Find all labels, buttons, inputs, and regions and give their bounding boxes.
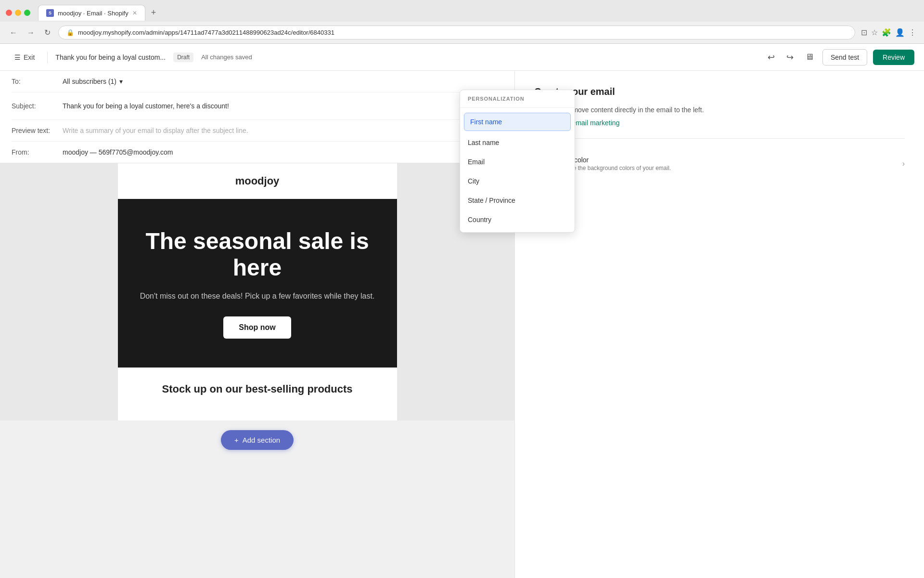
personalization-item-state[interactable]: State / Province: [460, 191, 575, 210]
products-title: Stock up on our best-selling products: [133, 383, 382, 395]
menu-icon: ☰: [14, 53, 21, 61]
to-value: All subscribers (1): [63, 78, 116, 85]
personalization-item-lastname[interactable]: Last name: [460, 133, 575, 152]
maximize-traffic-light[interactable]: [24, 10, 30, 16]
redo-button[interactable]: ↪: [783, 49, 796, 66]
send-test-button[interactable]: Send test: [822, 49, 867, 66]
browser-chrome: S moodjoy · Email · Shopify ✕ + ← → ↻ 🔒 …: [0, 0, 924, 44]
personalization-item-firstname[interactable]: First name: [464, 113, 571, 131]
right-sidebar: Create your email Edit, add, or move con…: [515, 71, 924, 578]
personalization-item-email[interactable]: Email: [460, 152, 575, 171]
email-hero[interactable]: The seasonal sale is here Don't miss out…: [118, 199, 397, 368]
sidebar-divider: [534, 138, 905, 139]
dropdown-icon: ▾: [119, 78, 123, 85]
profile-icon[interactable]: 👤: [895, 28, 905, 37]
refresh-button[interactable]: ↻: [42, 26, 52, 39]
header-divider: [47, 52, 48, 63]
from-label: From:: [12, 148, 55, 156]
address-bar: ← → ↻ 🔒 moodjoy.myshopify.com/admin/apps…: [0, 22, 924, 43]
email-color-title: Email color: [555, 156, 897, 164]
undo-button[interactable]: ↩: [765, 49, 778, 66]
from-field-row: From: moodjoy — 569f7705@moodjoy.com Edi…: [12, 142, 503, 163]
email-body[interactable]: Stock up on our best-selling products: [118, 368, 397, 420]
exit-button[interactable]: ☰ Exit: [10, 51, 39, 64]
close-traffic-light[interactable]: [6, 10, 12, 16]
bookmark-icon[interactable]: ☆: [871, 28, 878, 37]
add-section-bar: + Add section: [0, 420, 514, 460]
cast-icon: ⊡: [861, 28, 867, 37]
subject-label: Subject:: [12, 102, 55, 110]
personalization-dropdown[interactable]: PERSONALIZATION First name Last name Ema…: [460, 90, 575, 233]
chevron-right-icon: ›: [902, 159, 905, 168]
preview-field-row: Preview text: Write a summary of your em…: [12, 120, 503, 142]
preview-label: Preview text:: [12, 127, 55, 134]
personalization-item-country[interactable]: Country: [460, 210, 575, 229]
minimize-traffic-light[interactable]: [15, 10, 21, 16]
back-button[interactable]: ←: [8, 26, 19, 39]
email-preview: moodjoy The seasonal sale is here Don't …: [118, 163, 397, 420]
exit-label: Exit: [24, 53, 35, 61]
email-color-text: Email color Manage the background colors…: [555, 156, 897, 171]
review-button[interactable]: Review: [873, 50, 914, 65]
to-field-row: To: All subscribers (1) ▾: [12, 71, 503, 92]
saved-status: All changes saved: [201, 53, 252, 61]
extensions-icon[interactable]: 🧩: [882, 28, 891, 37]
hero-subtitle: Don't miss out on these deals! Pick up a…: [137, 290, 378, 302]
to-label: To:: [12, 78, 55, 85]
tab-bar: S moodjoy · Email · Shopify ✕ +: [0, 0, 924, 22]
subject-value[interactable]: Thank you for being a loyal customer, he…: [63, 102, 455, 110]
email-color-row[interactable]: 🎨 Email color Manage the background colo…: [534, 150, 905, 177]
plus-icon: +: [234, 436, 239, 444]
email-title: Thank you for being a loyal custom...: [55, 53, 166, 61]
tab-label: moodjoy · Email · Shopify: [58, 10, 128, 17]
sidebar-description: Edit, add, or move content directly in t…: [534, 105, 905, 115]
tab-close-icon[interactable]: ✕: [132, 10, 137, 16]
preview-placeholder[interactable]: Write a summary of your email to display…: [63, 127, 490, 134]
header-actions: ↩ ↪ 🖥 Send test Review: [765, 49, 914, 66]
hero-title: The seasonal sale is here: [137, 228, 378, 281]
draft-badge: Draft: [173, 53, 193, 62]
email-brand-name[interactable]: moodjoy: [118, 163, 397, 199]
personalization-item-city[interactable]: City: [460, 171, 575, 191]
menu-icon[interactable]: ⋮: [909, 28, 916, 37]
browser-actions: ⊡ ☆ 🧩 👤 ⋮: [861, 28, 916, 37]
email-fields: To: All subscribers (1) ▾ Subject: Thank…: [0, 71, 514, 163]
new-tab-button[interactable]: +: [147, 4, 160, 22]
email-canvas[interactable]: moodjoy The seasonal sale is here Don't …: [0, 163, 514, 578]
personalization-header: PERSONALIZATION: [460, 90, 575, 108]
address-text: moodjoy.myshopify.com/admin/apps/14711ad…: [78, 29, 847, 36]
subject-field-row: Subject: Thank you for being a loyal cus…: [12, 92, 503, 120]
shop-now-button[interactable]: Shop now: [223, 316, 291, 339]
forward-button[interactable]: →: [25, 26, 37, 39]
email-color-desc: Manage the background colors of your ema…: [555, 165, 897, 171]
add-section-label: Add section: [243, 436, 280, 444]
tab-favicon: S: [46, 9, 54, 17]
address-input[interactable]: 🔒 moodjoy.myshopify.com/admin/apps/14711…: [58, 26, 855, 39]
preview-button[interactable]: 🖥: [802, 49, 817, 65]
active-tab[interactable]: S moodjoy · Email · Shopify ✕: [38, 5, 145, 21]
app-header: ☰ Exit Thank you for being a loyal custo…: [0, 44, 924, 71]
learn-link[interactable]: Learn about email marketing: [534, 119, 905, 127]
from-value: moodjoy — 569f7705@moodjoy.com: [63, 148, 484, 156]
sidebar-title: Create your email: [534, 86, 905, 97]
add-section-button[interactable]: + Add section: [221, 430, 294, 450]
subscribers-select[interactable]: All subscribers (1) ▾: [63, 78, 123, 85]
compose-area: To: All subscribers (1) ▾ Subject: Thank…: [0, 71, 515, 578]
traffic-lights: [6, 10, 30, 16]
